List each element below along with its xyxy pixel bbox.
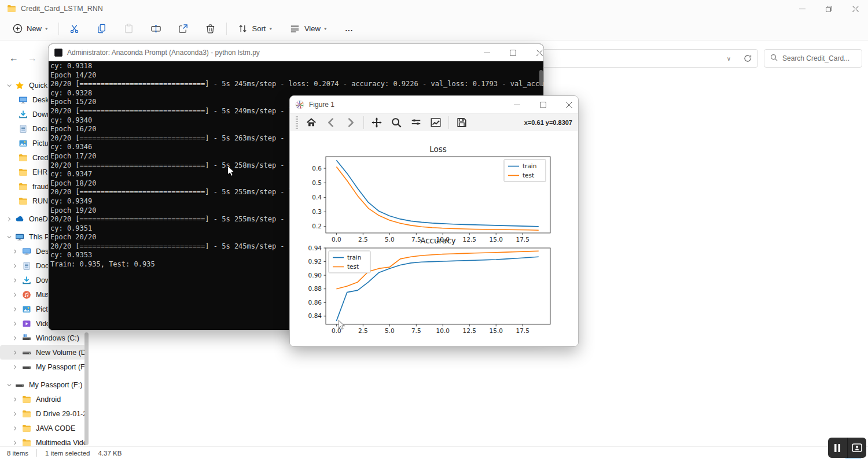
sidebar-item-my-passport-f[interactable]: My Passport (F:) [0, 360, 86, 374]
terminal-scrollbar[interactable] [539, 70, 543, 86]
terminal-maximize-button[interactable] [500, 44, 525, 61]
forward-tool-button[interactable] [342, 115, 359, 130]
chevron-down-icon[interactable] [5, 81, 14, 90]
subplots-icon [410, 117, 422, 128]
figure-canvas[interactable]: 0.02.55.07.510.012.515.017.50.20.30.40.5… [290, 131, 578, 346]
back-icon [325, 117, 337, 128]
save-tool-button[interactable] [453, 115, 470, 130]
video-player-overlay [828, 438, 866, 458]
downloads-icon [22, 276, 31, 285]
chevron-down-icon[interactable] [5, 232, 14, 242]
svg-text:0.90: 0.90 [308, 272, 322, 279]
explorer-tab-bar: Credit_Card_LSTM_RNN [0, 0, 868, 17]
subplots-tool-button[interactable] [407, 115, 425, 130]
sidebar-item-java-code[interactable]: JAVA CODE [0, 421, 86, 435]
chevron-right-icon[interactable] [10, 395, 20, 404]
chevron-right-icon[interactable] [10, 247, 20, 256]
view-button[interactable]: View ▾ [285, 17, 331, 41]
chevron-right-icon[interactable] [10, 362, 20, 372]
sidebar-item-android[interactable]: Android [0, 392, 86, 406]
pause-button[interactable] [828, 438, 847, 458]
back-button[interactable]: ← [5, 50, 23, 67]
sidebar-item-my-passport-f[interactable]: My Passport (F:) [0, 377, 86, 392]
svg-text:train: train [523, 162, 536, 169]
toolbar-separator [58, 23, 59, 35]
plus-circle-icon [12, 20, 23, 38]
chevron-down-icon: ▾ [269, 27, 272, 31]
figure-maximize-button[interactable] [530, 96, 556, 114]
chevron-down-icon[interactable] [5, 380, 14, 390]
back-tool-button[interactable] [322, 115, 340, 130]
refresh-icon[interactable] [744, 54, 752, 62]
minimize-button[interactable] [789, 0, 815, 17]
figure-minimize-button[interactable] [504, 96, 529, 114]
chevron-right-icon[interactable] [10, 319, 20, 328]
chevron-right-icon[interactable] [10, 290, 20, 299]
chevron-right-icon[interactable] [10, 348, 20, 357]
svg-text:2.5: 2.5 [358, 236, 368, 243]
cut-button[interactable] [65, 20, 84, 38]
zoom-tool-button[interactable] [388, 115, 405, 130]
delete-button[interactable] [201, 20, 220, 38]
sidebar-item-label: Android [36, 395, 61, 404]
plot-edit-tool-button[interactable] [427, 115, 444, 130]
svg-text:15.0: 15.0 [490, 327, 503, 334]
chevron-right-icon[interactable] [10, 305, 20, 314]
svg-text:0.3: 0.3 [312, 208, 322, 215]
svg-text:0.6: 0.6 [312, 165, 322, 172]
forward-button[interactable]: → [23, 50, 42, 67]
svg-text:17.5: 17.5 [516, 327, 529, 334]
console-icon [54, 49, 62, 57]
sidebar-item-label: Windows (C:) [36, 334, 79, 342]
sidebar-item-label: EHR [32, 168, 47, 176]
sidebar-item-d-drive-29-01-20[interactable]: D Drive 29-01-20.. [0, 406, 86, 421]
figure-title-bar[interactable]: Figure 1 [290, 96, 578, 114]
terminal-title: Administrator: Anaconda Prompt (Anaconda… [67, 49, 260, 57]
svg-text:Loss: Loss [429, 145, 447, 154]
restore-button[interactable] [816, 0, 841, 17]
close-button[interactable] [843, 0, 868, 17]
sidebar-item-new-volume-d[interactable]: New Volume (D:) [0, 345, 86, 360]
pan-tool-button[interactable] [368, 115, 385, 130]
status-divider [36, 449, 37, 457]
svg-text:0.0: 0.0 [332, 236, 341, 243]
toolbar-grip[interactable] [296, 116, 298, 129]
save-icon [456, 117, 468, 128]
matplotlib-figure-window[interactable]: Figure 1 x=0.61 y=0.8307 0.02.55.07.510.… [289, 95, 579, 347]
picture-in-picture-button[interactable] [848, 438, 867, 458]
chevron-right-icon[interactable] [10, 409, 20, 419]
new-button[interactable]: New ▾ [7, 17, 53, 41]
figure-close-button[interactable] [556, 96, 579, 114]
file-operation-buttons [65, 20, 220, 38]
more-options-button[interactable]: ... [340, 21, 358, 36]
sidebar-scrollbar[interactable] [84, 332, 89, 445]
home-tool-button[interactable] [303, 115, 320, 130]
share-button[interactable] [174, 20, 193, 38]
terminal-close-button[interactable] [527, 44, 544, 61]
search-box[interactable]: Search Credit_Card... [764, 49, 862, 68]
paste-button[interactable] [119, 20, 139, 38]
sort-button[interactable]: Sort ▾ [233, 17, 277, 41]
svg-text:train: train [347, 254, 361, 261]
chevron-right-icon[interactable] [10, 334, 20, 343]
sort-arrows-icon [237, 20, 249, 38]
chevron-right-icon[interactable] [10, 276, 20, 285]
downloads-icon [19, 110, 28, 119]
explorer-tab[interactable]: Credit_Card_LSTM_RNN [0, 4, 103, 13]
terminal-minimize-button[interactable] [474, 44, 499, 61]
rename-button[interactable] [146, 20, 166, 38]
copy-button[interactable] [92, 20, 112, 38]
sort-button-label: Sort [252, 24, 266, 33]
address-chevron-down-icon[interactable]: ∨ [727, 55, 731, 62]
terminal-title-bar[interactable]: Administrator: Anaconda Prompt (Anaconda… [49, 44, 543, 61]
svg-text:5.0: 5.0 [385, 236, 395, 243]
home-icon [306, 117, 317, 128]
chevron-right-icon[interactable] [10, 424, 20, 433]
chevron-right-icon[interactable] [10, 261, 20, 271]
chevron-right-icon[interactable] [5, 214, 14, 224]
search-icon [770, 54, 778, 63]
cut-icon [69, 23, 80, 34]
sidebar-item-windows-c[interactable]: Windows (C:) [0, 331, 86, 345]
documents-icon [22, 261, 31, 271]
svg-text:7.5: 7.5 [411, 236, 421, 243]
